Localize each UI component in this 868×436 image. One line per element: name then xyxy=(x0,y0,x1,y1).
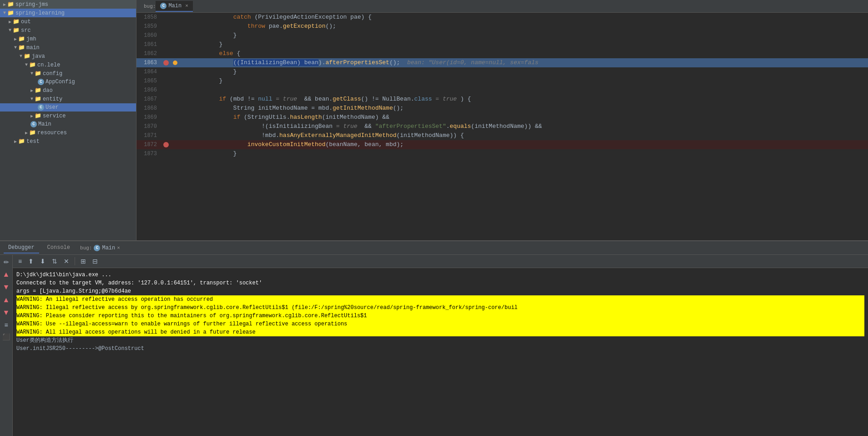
toolbar-separator xyxy=(75,257,75,265)
toolbar-down-btn[interactable]: ⬇ xyxy=(38,257,47,266)
toolbar-btn-list[interactable]: ≡ xyxy=(3,320,9,330)
debug-tab-close[interactable]: × xyxy=(117,245,120,251)
sidebar-item-main[interactable]: ▼ 📁 main xyxy=(0,43,136,52)
code-line-1866: 1866 xyxy=(136,86,868,95)
left-toolbar: ✏ ▲ ▼ ▲ ▼ ≡ ⬛ xyxy=(0,255,13,436)
java-icon: C xyxy=(160,3,167,9)
java-file-icon: C xyxy=(30,121,37,127)
gutter xyxy=(161,104,171,113)
sidebar-item-spring-learning[interactable]: ▼ 📁 spring-learning xyxy=(0,9,136,17)
arrow-icon: ▼ xyxy=(30,96,33,101)
gutter xyxy=(161,13,171,22)
gutter2 xyxy=(171,86,180,95)
toolbar-updown-btn[interactable]: ⇅ xyxy=(50,257,59,266)
sidebar-label: main xyxy=(26,45,40,51)
code-content xyxy=(189,86,868,95)
gutter2 xyxy=(171,140,180,149)
sidebar-item-user[interactable]: C User xyxy=(0,103,136,112)
step-over-button[interactable]: ▲ xyxy=(2,295,11,305)
gutter2 xyxy=(171,122,180,131)
folder-icon: 📁 xyxy=(18,44,25,51)
arrow-icon: ▼ xyxy=(25,62,28,67)
sidebar-item-dao[interactable]: ▶ 📁 dao xyxy=(0,86,136,95)
code-line-1872: 1872 invokeCustomInitMethod(beanName, be… xyxy=(136,140,868,149)
tab-filename: Main xyxy=(168,3,182,9)
arrow-icon: ▼ xyxy=(20,54,22,59)
sidebar-item-entity[interactable]: ▼ 📁 entity xyxy=(0,95,136,103)
code-content: } xyxy=(189,67,868,76)
folder-icon: 📁 xyxy=(7,10,14,16)
toolbar-list-btn[interactable]: ≡ xyxy=(16,257,24,266)
code-content: !(isInitializingBean = true && "afterPro… xyxy=(189,122,868,131)
pause-button[interactable]: ▼ xyxy=(2,282,11,292)
arrow-icon: ▶ xyxy=(14,36,17,42)
code-content: String initMethodName = mbd.getInitMetho… xyxy=(189,104,868,113)
sidebar-item-service[interactable]: ▶ 📁 service xyxy=(0,112,136,120)
tab-close[interactable]: × xyxy=(185,3,188,9)
gutter-dot xyxy=(171,58,180,67)
sidebar-item-test[interactable]: ▶ 📁 test xyxy=(0,137,136,146)
arrow-icon: ▶ xyxy=(25,130,28,136)
gutter2 xyxy=(171,149,180,158)
bottom-panel: Debugger Console bug: C Main × ✏ ▲ ▼ ▲ ▼… xyxy=(0,240,868,436)
toolbar-columns-btn[interactable]: ⊟ xyxy=(91,257,100,266)
gutter2 xyxy=(171,113,180,122)
line-number: 1862 xyxy=(136,49,161,58)
gutter xyxy=(161,67,171,76)
toolbar-table-btn[interactable]: ⊞ xyxy=(79,257,88,266)
tab-console[interactable]: Console xyxy=(43,243,75,253)
code-content: ((InitializingBean) bean).afterPropertie… xyxy=(189,58,868,67)
sidebar-item-src[interactable]: ▼ 📁 src xyxy=(0,26,136,35)
gutter2 xyxy=(171,95,180,104)
sidebar-label: AppConfig xyxy=(45,79,75,85)
gutter3 xyxy=(180,149,189,158)
file-tree[interactable]: ▶ 📁 spring-jms ▼ 📁 spring-learning ▶ 📁 o… xyxy=(0,0,136,240)
sidebar-item-appconfig[interactable]: C AppConfig xyxy=(0,78,136,86)
sidebar-item-cnlele[interactable]: ▼ 📁 cn.lele xyxy=(0,61,136,69)
sidebar-label: entity xyxy=(43,96,62,102)
sidebar-label: test xyxy=(26,138,40,145)
resume-button[interactable]: ▲ xyxy=(2,269,11,279)
sidebar-item-config[interactable]: ▼ 📁 config xyxy=(0,69,136,78)
folder-icon: 📁 xyxy=(35,70,41,77)
console-line-2: Connected to the target VM, address: '12… xyxy=(16,279,864,287)
code-line-1873: 1873 } xyxy=(136,149,868,158)
sidebar-label: src xyxy=(21,27,31,34)
gutter3 xyxy=(180,95,189,104)
line-number: 1861 xyxy=(136,40,161,49)
arrow-icon: ▶ xyxy=(14,139,17,144)
edit-button[interactable]: ✏ xyxy=(3,258,10,267)
sidebar-item-java[interactable]: ▼ 📁 java xyxy=(0,52,136,61)
line-number: 1867 xyxy=(136,95,161,104)
arrow-icon: ▶ xyxy=(3,2,6,7)
folder-icon: 📁 xyxy=(7,1,14,8)
code-line-1868: 1868 String initMethodName = mbd.getInit… xyxy=(136,104,868,113)
gutter xyxy=(161,31,171,40)
sidebar-label: cn.lele xyxy=(37,62,60,68)
code-content: catch (PrivilegedActionException pae) { xyxy=(189,13,868,22)
sidebar-item-out[interactable]: ▶ 📁 out xyxy=(0,17,136,26)
folder-icon: 📁 xyxy=(13,18,20,25)
toolbar-btn-grid[interactable]: ⬛ xyxy=(1,332,11,341)
line-number: 1872 xyxy=(136,140,161,149)
code-content: invokeCustomInitMethod(beanName, bean, m… xyxy=(189,140,868,149)
code-line-1863: 1863 ((InitializingBean) bean).afterProp… xyxy=(136,58,868,67)
console-line-warning-5: WARNING: All illegal access operations w… xyxy=(16,328,864,336)
toolbar-close-btn[interactable]: ✕ xyxy=(62,257,71,266)
code-editor: 1858 catch (PrivilegedActionException pa… xyxy=(136,13,868,240)
java-file-icon-bottom: C xyxy=(94,245,100,251)
tab-debugger[interactable]: Debugger xyxy=(4,243,39,253)
console-output: D:\jdk\jdk11\bin\java.exe ... Connected … xyxy=(13,268,868,436)
step-into-button[interactable]: ▼ xyxy=(2,308,11,318)
sidebar-item-jmh[interactable]: ▶ 📁 jmh xyxy=(0,35,136,43)
gutter3 xyxy=(180,122,189,131)
sidebar-item-main-java[interactable]: C Main xyxy=(0,120,136,128)
breakpoint-icon xyxy=(163,142,169,147)
sidebar-item-spring-jms[interactable]: ▶ 📁 spring-jms xyxy=(0,0,136,9)
editor-tab-main[interactable]: C Main × xyxy=(156,1,192,12)
toolbar-up-btn[interactable]: ⬆ xyxy=(26,257,35,266)
sidebar-item-resources[interactable]: ▶ 📁 resources xyxy=(0,128,136,137)
gutter xyxy=(161,49,171,58)
gutter xyxy=(161,86,171,95)
line-number: 1865 xyxy=(136,76,161,86)
